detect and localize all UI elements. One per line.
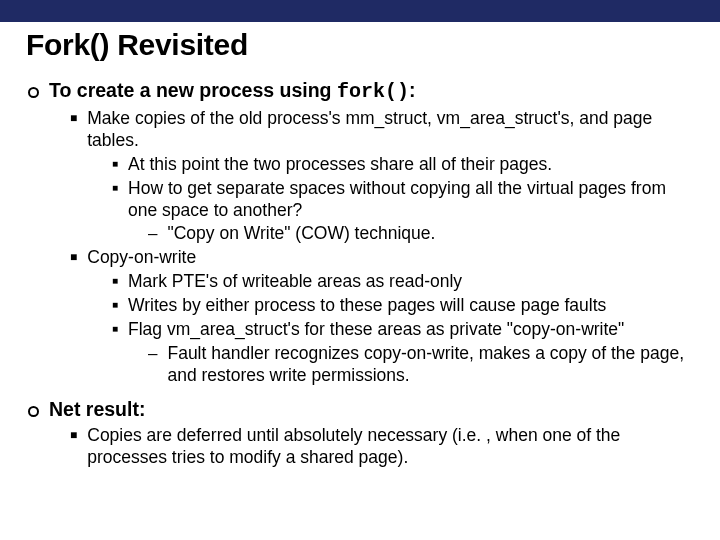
bullet-text: Make copies of the old process's mm_stru… [87,108,694,152]
circle-icon [28,78,39,102]
bullet-page-faults: ■ Writes by either process to these page… [112,295,694,317]
bullet-text: At this point the two processes share al… [128,154,694,176]
square-icon: ■ [112,158,118,171]
bullet-mark-pte: ■ Mark PTE's of writeable areas as read-… [112,271,694,293]
bullet-text: Flag vm_area_struct's for these areas as… [128,319,694,341]
bullet-make-copies: ■ Make copies of the old process's mm_st… [70,108,694,152]
bullet-text: Fault handler recognizes copy-on-write, … [167,343,694,387]
square-icon: ■ [112,323,118,336]
bullet-deferred: ■ Copies are deferred until absolutely n… [70,425,694,469]
dash-icon: – [148,343,157,364]
bullet-main-net-result: Net result: [28,397,694,421]
bullet-share-pages: ■ At this point the two processes share … [112,154,694,176]
text-part: : [409,79,416,101]
square-icon: ■ [112,182,118,195]
bullet-main-create: To create a new process using fork(): [28,78,694,104]
bullet-text: Net result: [49,397,694,421]
dash-icon: – [148,223,157,244]
bullet-text: To create a new process using fork(): [49,78,694,104]
bullet-text: Writes by either process to these pages … [128,295,694,317]
square-icon: ■ [112,299,118,312]
bullet-flag-private: ■ Flag vm_area_struct's for these areas … [112,319,694,341]
square-icon: ■ [70,111,77,126]
bullet-separate-spaces: ■ How to get separate spaces without cop… [112,178,694,222]
bullet-fault-handler: – Fault handler recognizes copy-on-write… [148,343,694,387]
bullet-copy-on-write: ■ Copy-on-write [70,247,694,269]
bullet-text: Copy-on-write [87,247,694,269]
bullet-text: "Copy on Write" (COW) technique. [167,223,694,245]
square-icon: ■ [70,250,77,265]
bullet-text: How to get separate spaces without copyi… [128,178,694,222]
square-icon: ■ [112,275,118,288]
bullet-text: Mark PTE's of writeable areas as read-on… [128,271,694,293]
slide-title: Fork() Revisited [26,28,694,62]
slide-content: Fork() Revisited To create a new process… [0,22,720,469]
header-bar [0,0,720,22]
text-part: To create a new process using [49,79,337,101]
circle-icon [28,397,39,421]
bullet-text: Copies are deferred until absolutely nec… [87,425,694,469]
code-fork: fork() [337,80,409,103]
bullet-cow-technique: – "Copy on Write" (COW) technique. [148,223,694,245]
square-icon: ■ [70,428,77,443]
